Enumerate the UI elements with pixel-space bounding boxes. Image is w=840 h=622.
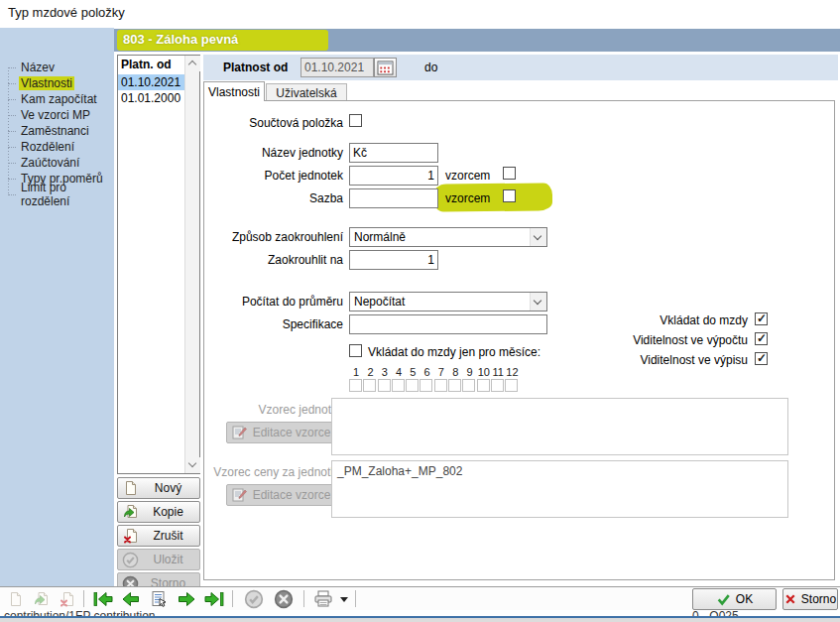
- record-button-label: Nový: [139, 481, 197, 495]
- first-record-icon[interactable]: [91, 589, 115, 609]
- rounding-method-select[interactable]: Normálně: [349, 227, 547, 247]
- tree-branch-line: [8, 115, 16, 116]
- sidebar-item-rozdeleni[interactable]: Rozdělení: [6, 139, 114, 155]
- record-button-label: Kopie: [139, 505, 197, 519]
- sidebar-item-nazev[interactable]: Název: [6, 60, 114, 75]
- sum-item-label: Součtová položka: [204, 116, 343, 130]
- sidebar-item-vlastnosti[interactable]: Vlastnosti: [6, 75, 114, 91]
- specification-input[interactable]: [349, 314, 547, 334]
- delete-doc-icon: [122, 528, 139, 545]
- month-checkbox[interactable]: [420, 379, 432, 392]
- tab-user[interactable]: Uživatelská: [266, 83, 347, 101]
- toolbar-separator: [303, 590, 304, 607]
- validity-from-label: Platnost od: [223, 61, 288, 74]
- last-record-icon[interactable]: [202, 589, 226, 609]
- tree-branch-line: [8, 194, 16, 195]
- sidebar-item-kam-zapocitat[interactable]: Kam započítat: [6, 91, 114, 107]
- month-checkbox[interactable]: [406, 379, 419, 392]
- edit-price-formula-button[interactable]: Editace vzorce: [226, 484, 341, 506]
- average-select[interactable]: Nepočítat: [349, 292, 547, 311]
- confirm-icon[interactable]: [242, 589, 266, 609]
- save-record-button[interactable]: Uložit: [117, 549, 200, 570]
- print-dropdown-arrow-icon[interactable]: [337, 589, 351, 609]
- round-to-input[interactable]: [349, 250, 438, 270]
- sidebar-item-zauctovani[interactable]: Zaúčtování: [6, 155, 114, 171]
- next-record-icon[interactable]: [175, 589, 198, 609]
- scroll-down-icon[interactable]: [185, 457, 200, 473]
- copy-record-button[interactable]: Kopie: [117, 501, 200, 523]
- sum-item-checkbox[interactable]: [349, 114, 362, 127]
- edit-unit-formula-button[interactable]: Editace vzorce: [226, 422, 341, 443]
- months-only-checkbox[interactable]: [349, 344, 362, 357]
- ok-button[interactable]: OK: [692, 588, 777, 610]
- cancel-icon[interactable]: [272, 589, 296, 609]
- edit-formula-icon: [231, 425, 247, 440]
- calendar-icon: [377, 61, 394, 75]
- print-icon[interactable]: [311, 589, 335, 609]
- delete-doc-icon[interactable]: [56, 589, 79, 609]
- price-formula-label: Vzorec ceny za jednotku: [204, 465, 343, 479]
- sidebar-item-limit-pro-rozdeleni[interactable]: Limit pro rozdělení: [6, 187, 114, 202]
- sidebar-item-label: Rozdělení: [19, 140, 76, 154]
- rate-formula-checkbox[interactable]: [503, 189, 516, 202]
- unit-count-formula-checkbox[interactable]: [503, 167, 516, 180]
- sidebar-item-ve-vzorci-mp[interactable]: Ve vzorci MP: [6, 107, 114, 123]
- months-only-label: Vkládat do mzdy jen pro měsíce:: [368, 345, 540, 359]
- previous-record-icon[interactable]: [119, 589, 143, 609]
- rounding-method-label: Způsob zaokrouhlení: [204, 230, 343, 244]
- sidebar-item-label: Kam započítat: [19, 92, 99, 106]
- new-record-button[interactable]: Nový: [117, 477, 200, 499]
- month-number: 10: [477, 366, 491, 378]
- validity-list-item[interactable]: 01.01.2000: [118, 90, 184, 106]
- validity-date-listbox[interactable]: Platn. od 01.10.202101.01.2000: [117, 55, 200, 474]
- sidebar-tree: NázevVlastnostiKam započítatVe vzorci MP…: [6, 60, 114, 202]
- month-number: 7: [434, 366, 448, 378]
- copy-icon[interactable]: [30, 589, 54, 609]
- unit-count-input[interactable]: [349, 166, 438, 186]
- tree-branch-line: [8, 179, 16, 180]
- validity-list-scrollbar[interactable]: [184, 56, 199, 473]
- scroll-up-icon[interactable]: [185, 56, 200, 71]
- unit-name-input[interactable]: [349, 143, 438, 163]
- month-checkbox[interactable]: [392, 379, 405, 392]
- month-checkbox[interactable]: [349, 379, 362, 392]
- month-checkbox[interactable]: [448, 379, 461, 392]
- month-checkbox[interactable]: [505, 379, 518, 392]
- sidebar-item-label: Zaúčtování: [19, 156, 81, 170]
- visibility-checkbox[interactable]: [755, 352, 768, 365]
- month-checkbox[interactable]: [378, 379, 391, 392]
- tree-branch-line: [8, 131, 16, 132]
- unit-count-label: Počet jednotek: [204, 169, 343, 183]
- visibility-checkbox[interactable]: [755, 332, 768, 345]
- unit-formula-textarea[interactable]: [331, 398, 788, 455]
- price-formula-textarea[interactable]: _PM_Zaloha+_MP_802: [331, 460, 788, 518]
- new-doc-icon[interactable]: [4, 589, 28, 609]
- month-checkbox[interactable]: [462, 379, 475, 392]
- chevron-down-icon[interactable]: [530, 293, 546, 311]
- visibility-check-row: Viditelnost ve výpočtu: [549, 332, 768, 348]
- month-checkbox[interactable]: [434, 379, 447, 392]
- x-icon: [784, 593, 796, 605]
- toolbar-separator: [83, 590, 84, 607]
- visibility-checkbox[interactable]: [755, 312, 768, 325]
- delete-record-button[interactable]: Zrušit: [117, 525, 200, 547]
- edit-formula-icon: [231, 487, 247, 503]
- tab-properties[interactable]: Vlastnosti: [203, 81, 265, 101]
- month-number: 9: [462, 366, 476, 378]
- ok-button-label: OK: [736, 592, 753, 606]
- validity-from-date-field[interactable]: 01.10.2021: [300, 58, 374, 77]
- month-number: 6: [420, 366, 433, 378]
- sidebar-item-zamestnanci[interactable]: Zaměstnanci: [6, 123, 114, 139]
- storno-button[interactable]: Storno: [782, 588, 838, 610]
- chevron-down-icon[interactable]: [530, 228, 546, 246]
- validity-to-label: do: [424, 61, 437, 74]
- browse-records-icon[interactable]: [147, 589, 171, 609]
- month-checkbox[interactable]: [477, 379, 490, 392]
- rate-input[interactable]: [349, 188, 438, 208]
- calendar-button[interactable]: [374, 58, 397, 77]
- validity-list-item[interactable]: 01.10.2021: [118, 74, 184, 90]
- tree-branch-line: [8, 67, 16, 68]
- month-checkbox[interactable]: [491, 379, 504, 392]
- average-label: Počítat do průměru: [204, 295, 343, 309]
- month-checkbox[interactable]: [363, 379, 376, 392]
